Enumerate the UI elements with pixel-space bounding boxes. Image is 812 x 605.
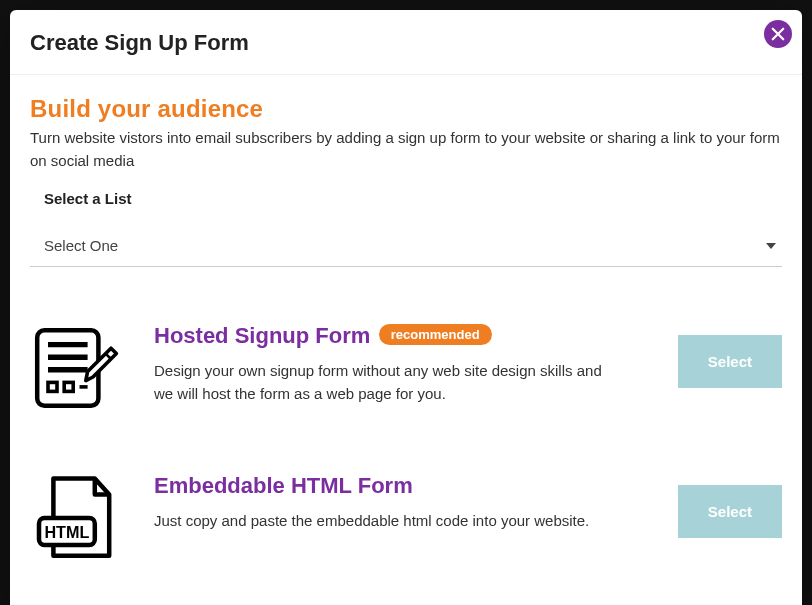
section-description: Turn website vistors into email subscrib…: [30, 127, 782, 172]
option-hosted-signup: Hosted Signup Form recommended Design yo…: [30, 323, 782, 417]
recommended-badge: recommended: [379, 324, 492, 345]
option-description: Design your own signup form without any …: [154, 359, 624, 406]
create-signup-form-modal: Create Sign Up Form Build your audience …: [10, 10, 802, 605]
svg-text:HTML: HTML: [44, 523, 89, 541]
option-text: Embeddable HTML Form Just copy and paste…: [154, 473, 644, 532]
close-button[interactable]: [764, 20, 792, 48]
list-select-placeholder: Select One: [44, 237, 118, 254]
html-file-icon: HTML: [30, 473, 120, 567]
form-pencil-icon: [30, 323, 120, 417]
option-title: Hosted Signup Form: [154, 323, 370, 348]
svg-rect-4: [48, 382, 57, 391]
option-title: Embeddable HTML Form: [154, 473, 413, 498]
close-icon: [771, 27, 785, 41]
select-embeddable-button[interactable]: Select: [678, 485, 782, 538]
option-embeddable-html: HTML Embeddable HTML Form Just copy and …: [30, 473, 782, 567]
list-field-label: Select a List: [30, 190, 782, 207]
section-title: Build your audience: [30, 95, 782, 123]
list-select[interactable]: Select One: [30, 229, 782, 267]
option-text: Hosted Signup Form recommended Design yo…: [154, 323, 644, 406]
modal-header: Create Sign Up Form: [10, 10, 802, 75]
option-description: Just copy and paste the embeddable html …: [154, 509, 624, 532]
modal-title: Create Sign Up Form: [30, 30, 249, 56]
svg-rect-5: [64, 382, 73, 391]
select-hosted-button[interactable]: Select: [678, 335, 782, 388]
modal-body: Build your audience Turn website vistors…: [10, 75, 802, 605]
chevron-down-icon: [766, 243, 776, 249]
